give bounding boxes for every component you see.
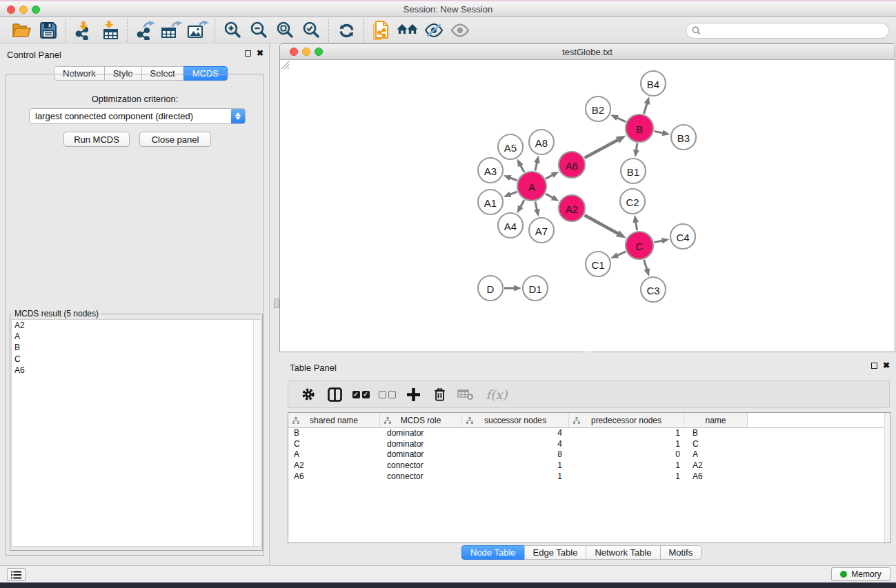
table-cell[interactable]: A6 [684, 472, 748, 483]
graph-node-A2[interactable]: A2 [559, 195, 585, 221]
graph-edge-B-B3[interactable] [655, 131, 664, 133]
graph-node-C4[interactable]: C4 [670, 224, 695, 249]
show-all-icon[interactable] [447, 19, 473, 41]
graph-node-A4[interactable]: A4 [498, 213, 523, 238]
table-cell[interactable]: 4 [462, 439, 569, 450]
table-row[interactable]: A2connector11A2 [288, 460, 890, 472]
graph-node-A7[interactable]: A7 [529, 218, 554, 243]
column-header-successor-nodes[interactable]: successor nodes [462, 413, 569, 427]
graph-edge-A6-B[interactable] [584, 139, 619, 158]
close-table-panel-icon[interactable]: ✖ [883, 363, 890, 369]
table-cell[interactable]: dominator [380, 439, 462, 450]
export-table-icon[interactable] [158, 19, 184, 41]
graph-node-A8[interactable]: A8 [529, 130, 554, 154]
deselect-all-icon[interactable] [377, 384, 397, 405]
table-cell[interactable]: connector [380, 472, 462, 483]
column-header-MCDS-role[interactable]: MCDS role [380, 413, 462, 427]
float-panel-icon[interactable] [245, 50, 251, 57]
table-cell[interactable]: 1 [462, 460, 569, 472]
tab-node-table[interactable]: Node Table [461, 545, 525, 560]
memory-button[interactable]: Memory [831, 567, 890, 581]
hide-selected-icon[interactable] [421, 19, 447, 41]
table-row[interactable]: A6connector11A6 [288, 472, 890, 483]
table-cell[interactable]: dominator [380, 428, 462, 439]
table-cell[interactable]: A6 [288, 472, 380, 483]
table-cell[interactable]: B [288, 428, 380, 439]
zoom-selected-icon[interactable] [298, 19, 324, 41]
table-cell[interactable]: 4 [462, 428, 569, 439]
mcds-result-item[interactable]: A6 [12, 365, 261, 376]
mcds-result-item[interactable]: B [12, 342, 261, 353]
close-panel-button[interactable]: Close panel [139, 132, 211, 147]
table-cell[interactable]: A [684, 449, 748, 460]
save-session-icon[interactable] [35, 19, 61, 41]
table-cell[interactable]: 8 [462, 449, 569, 460]
graph-edge-C-C1[interactable] [616, 252, 625, 256]
table-row[interactable]: Adominator80A [288, 449, 890, 460]
run-mcds-button[interactable]: Run MCDS [63, 132, 130, 147]
zoom-out-icon[interactable] [246, 19, 272, 41]
close-panel-icon[interactable]: ✖ [257, 50, 263, 57]
graph-edge-A-A8[interactable] [535, 161, 537, 170]
zoom-in-icon[interactable] [219, 19, 246, 41]
float-table-panel-icon[interactable] [871, 363, 877, 369]
show-panels-list-button[interactable] [7, 568, 26, 581]
table-cell[interactable]: 1 [569, 428, 684, 439]
graph-node-B[interactable]: B [626, 114, 653, 142]
graph-node-C[interactable]: C [626, 232, 653, 259]
mcds-result-item[interactable]: A [12, 331, 261, 342]
new-network-from-selection-icon[interactable] [368, 19, 395, 41]
delete-table-icon[interactable] [455, 384, 476, 405]
open-session-icon[interactable] [9, 19, 35, 41]
graph-edge-A-A7[interactable] [535, 201, 537, 210]
graph-edge-C-C2[interactable] [635, 221, 637, 231]
import-network-icon[interactable] [70, 19, 97, 41]
graph-node-A5[interactable]: A5 [498, 134, 523, 159]
graph-node-B3[interactable]: B3 [671, 125, 696, 150]
graph-node-A[interactable]: A [517, 172, 546, 201]
table-cell[interactable]: A2 [684, 460, 748, 472]
select-all-icon[interactable]: ✓✓ [350, 384, 371, 405]
graph-node-C2[interactable]: C2 [620, 189, 645, 214]
splitter-handle-vertical[interactable] [274, 298, 279, 308]
graph-edge-B-B4[interactable] [644, 103, 647, 114]
graph-node-B4[interactable]: B4 [641, 71, 666, 96]
function-builder-icon[interactable]: f(x) [481, 384, 512, 405]
table-cell[interactable]: 1 [569, 439, 684, 450]
table-row[interactable]: Cdominator41C [288, 439, 890, 450]
graph-edge-B-B2[interactable] [616, 117, 626, 121]
graph-node-C1[interactable]: C1 [586, 252, 610, 276]
graph-edge-A2-C[interactable] [584, 215, 619, 234]
table-cell[interactable]: C [288, 439, 380, 450]
table-cell[interactable]: 1 [462, 472, 569, 483]
apply-layout-icon[interactable] [333, 19, 359, 41]
table-cell[interactable]: B [684, 428, 748, 439]
table-cell[interactable]: 1 [569, 472, 684, 483]
mcds-result-item[interactable]: C [12, 354, 261, 365]
import-table-icon[interactable] [97, 19, 123, 41]
graph-node-C3[interactable]: C3 [641, 277, 666, 302]
table-cell[interactable]: connector [380, 460, 462, 472]
first-neighbors-icon[interactable] [395, 19, 421, 41]
graph-node-B1[interactable]: B1 [621, 159, 646, 183]
criterion-dropdown[interactable]: largest connected component (directed) [29, 108, 246, 124]
table-cell[interactable]: A2 [288, 460, 380, 472]
graph-node-B2[interactable]: B2 [586, 97, 610, 121]
tab-motifs[interactable]: Motifs [660, 545, 702, 560]
export-network-icon[interactable] [132, 19, 158, 41]
zoom-fit-icon[interactable] [272, 19, 298, 41]
column-header-predecessor-nodes[interactable]: predecessor nodes [569, 413, 684, 427]
add-icon[interactable] [403, 384, 424, 405]
column-header-shared-name[interactable]: shared name [288, 413, 380, 427]
tab-edge-table[interactable]: Edge Table [524, 545, 587, 560]
search-input[interactable] [704, 25, 888, 37]
graph-edge-C-C3[interactable] [644, 260, 648, 270]
column-header-name[interactable]: name [684, 413, 748, 427]
table-cell[interactable]: A [288, 449, 380, 460]
mcds-result-item[interactable]: A2 [12, 320, 261, 331]
export-image-icon[interactable] [184, 19, 210, 41]
network-canvas[interactable]: AA1A2A3A4A5A6A7A8BB1B2B3B4CC1C2C3C4DD1 [280, 60, 895, 352]
graph-node-A1[interactable]: A1 [478, 190, 503, 214]
tab-network-table[interactable]: Network Table [586, 545, 660, 560]
table-cell[interactable]: dominator [380, 449, 462, 460]
